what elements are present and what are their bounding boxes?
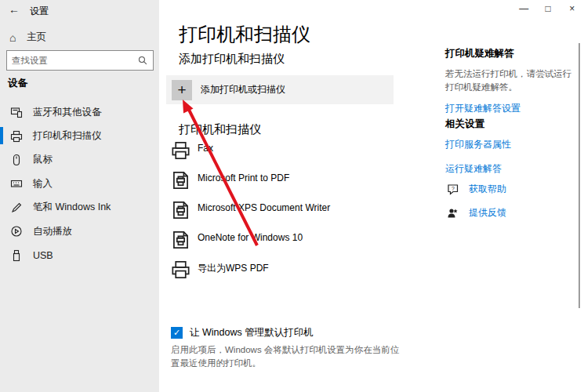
nav-label: 笔和 Windows Ink [33,201,111,214]
troubleshoot-heading: 打印机疑难解答 [445,47,577,60]
sidebar: ← 设置 ⌂ 主页 设备 蓝牙和其他设备 [0,0,159,392]
give-feedback-link[interactable]: 提供反馈 [447,206,579,220]
nav-label: 输入 [33,177,53,191]
nav-label: 鼠标 [33,153,53,166]
back-icon[interactable]: ← [9,3,20,16]
home-label: 主页 [27,31,46,44]
open-troubleshoot-settings-link[interactable]: 打开疑难解答设置 [445,102,577,115]
run-troubleshooter-link[interactable]: 运行疑难解答 [445,162,577,176]
printer-row-wps-pdf[interactable]: 导出为WPS PDF [171,260,398,289]
related-settings-panel: 相关设置 打印服务器属性 运行疑难解答 [445,118,577,176]
feedback-icon [447,207,459,220]
sidebar-item-autoplay[interactable]: 自动播放 [0,220,159,243]
get-help-link[interactable]: ? 获取帮助 [447,183,579,196]
minimize-icon[interactable]: — [512,0,536,19]
sidebar-item-usb[interactable]: USB [0,243,159,267]
sidebar-item-home[interactable]: ⌂ 主页 [9,31,46,44]
printer-name: Fax [198,140,213,154]
page-title: 打印机和扫描仪 [179,22,310,47]
nav-label: USB [33,250,53,261]
home-icon: ⌂ [9,31,27,44]
printer-icon [171,140,191,162]
printer-row-fax[interactable]: Fax [171,140,398,170]
printer-row-onenote[interactable]: OneNote for Windows 10 [171,230,398,260]
nav-label: 自动播放 [33,225,72,238]
printer-name: 导出为WPS PDF [198,260,269,275]
printer-row-ms-print-to-pdf[interactable]: Microsoft Print to PDF [171,170,398,200]
troubleshoot-panel: 打印机疑难解答 若无法运行打印机，请尝试运行打印机疑难解答。 打开疑难解答设置 [445,47,577,115]
printer-name: OneNote for Windows 10 [198,230,303,243]
add-printer-button[interactable]: + 添加打印机或扫描仪 [166,75,394,104]
printer-list-heading: 打印机和扫描仪 [179,122,261,137]
plus-icon: + [172,80,192,100]
search-input[interactable] [12,56,137,65]
printer-name: Microsoft XPS Document Writer [198,200,330,213]
sidebar-item-pen-windows-ink[interactable]: 笔和 Windows Ink [0,196,159,220]
add-printer-label: 添加打印机或扫描仪 [201,83,285,96]
maximize-icon[interactable]: □ [536,0,560,19]
default-printer-label: 让 Windows 管理默认打印机 [190,326,314,339]
keyboard-icon [10,177,24,191]
usb-icon [10,249,24,262]
sidebar-item-typing[interactable]: 输入 [0,172,159,195]
nav-label: 蓝牙和其他设备 [33,106,102,119]
settings-window: ← 设置 ⌂ 主页 设备 蓝牙和其他设备 [0,0,584,392]
help-icon: ? [447,183,459,196]
default-printer-toggle: ✓ 让 Windows 管理默认打印机 [171,326,314,339]
search-box[interactable] [6,50,154,71]
app-title: 设置 [30,5,49,18]
mouse-icon [10,153,24,166]
help-panel: ? 获取帮助 提供反馈 [447,183,579,230]
document-printer-icon [171,200,191,221]
printer-row-xps-writer[interactable]: Microsoft XPS Document Writer [171,200,398,230]
document-printer-icon [171,230,191,251]
close-icon[interactable]: × [560,0,584,19]
window-controls: — □ × [512,0,584,19]
checkbox-checked[interactable]: ✓ [171,327,183,339]
printer-icon [10,129,24,143]
add-section-heading: 添加打印机和扫描仪 [179,52,285,67]
document-printer-icon [171,170,191,191]
autoplay-icon [10,225,24,238]
search-icon [137,55,148,66]
bluetooth-devices-icon [10,106,24,119]
sidebar-item-printers-scanners[interactable]: 打印机和扫描仪 [0,124,159,147]
nav-label: 打印机和扫描仪 [33,129,102,143]
sidebar-section-devices: 设备 [8,77,27,90]
svg-text:?: ? [452,186,455,191]
get-help-label: 获取帮助 [469,183,506,196]
related-settings-heading: 相关设置 [445,118,577,131]
sidebar-nav: 蓝牙和其他设备 打印机和扫描仪 鼠标 输入 [0,100,159,267]
give-feedback-label: 提供反馈 [469,206,506,220]
sidebar-item-bluetooth-other-devices[interactable]: 蓝牙和其他设备 [0,100,159,124]
print-server-properties-link[interactable]: 打印服务器属性 [445,138,577,151]
printer-list: Fax Microsoft Print to PDF Microsoft XPS… [171,140,398,289]
default-printer-description: 启用此项后，Windows 会将默认打印机设置为你在当前位置最近使用的打印机。 [171,343,400,369]
printer-icon [171,260,191,281]
sidebar-item-mouse[interactable]: 鼠标 [0,148,159,172]
printer-name: Microsoft Print to PDF [198,170,289,183]
troubleshoot-body: 若无法运行打印机，请尝试运行打印机疑难解答。 [445,67,577,93]
scrollbar[interactable] [579,43,580,308]
pen-icon [10,201,24,214]
